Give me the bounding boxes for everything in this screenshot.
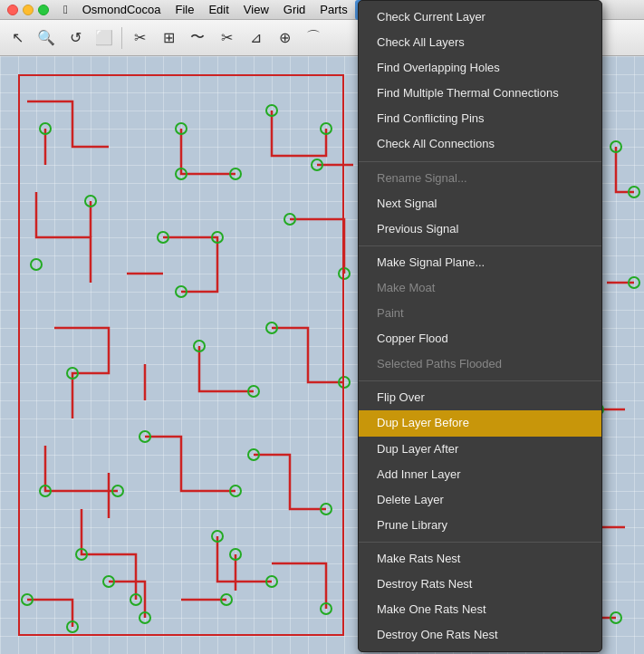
menu-item-check-all-layers[interactable]: Check All Layers — [359, 30, 601, 55]
arc-tool[interactable]: ⌒ — [300, 24, 327, 52]
menu-item-copper-flood[interactable]: Copper Flood — [359, 326, 601, 351]
menu-item-add-inner-layer[interactable]: Add Inner Layer — [359, 462, 601, 487]
menu-item-flip-over[interactable]: Flip Over — [359, 385, 601, 410]
menu-file[interactable]: File — [168, 0, 201, 20]
menu-item-selected-paths-flooded: Selected Paths Flooded — [359, 351, 601, 377]
menu-app[interactable]: OsmondCocoa — [75, 0, 168, 20]
separator-1 — [121, 27, 122, 49]
design-menu-dropdown: Check Current LayerCheck All LayersFind … — [358, 0, 602, 652]
menu-separator — [359, 161, 601, 162]
maximize-button[interactable] — [38, 5, 49, 15]
menu-item-destroy-rats-nest[interactable]: Destroy Rats Nest — [359, 572, 601, 597]
menu-item-check-all-connections[interactable]: Check All Connections — [359, 131, 601, 157]
menu-item-dup-layer-after[interactable]: Dup Layer After — [359, 437, 601, 462]
close-button[interactable] — [7, 5, 18, 15]
wire-tool[interactable]: 〜 — [184, 24, 211, 52]
menu-item-make-one-rats-nest[interactable]: Make One Rats Nest — [359, 597, 601, 622]
minimize-button[interactable] — [23, 5, 34, 15]
menu-parts[interactable]: Parts — [312, 0, 354, 20]
menu-separator — [359, 542, 601, 543]
menu-item-find-multiple-thermal-connections[interactable]: Find Multiple Thermal Connections — [359, 81, 601, 106]
traffic-lights — [0, 5, 56, 15]
cut-tool[interactable]: ✂ — [213, 24, 240, 52]
filter-tool[interactable]: ⊞ — [155, 24, 182, 52]
menu-separator — [359, 380, 601, 381]
menu-item-rename-signal-: Rename Signal... — [359, 166, 601, 191]
menu-view[interactable]: View — [236, 0, 276, 20]
red-border-region — [18, 74, 344, 636]
menu-item-prune-library[interactable]: Prune Library — [359, 513, 601, 538]
menu-item-find-overlapping-holes[interactable]: Find Overlapping Holes — [359, 55, 601, 81]
target-tool[interactable]: ⊕ — [271, 24, 298, 52]
select-tool[interactable]: ⬜ — [91, 24, 118, 52]
menu-item-paint: Paint — [359, 301, 601, 326]
cursor-tool[interactable]: ↖ — [4, 24, 31, 52]
menu-item-destroy-one-rats-nest[interactable]: Destroy One Rats Nest — [359, 622, 601, 648]
menu-item-check-current-layer[interactable]: Check Current Layer — [359, 5, 601, 30]
menu-separator — [359, 245, 601, 246]
menu-apple[interactable]:  — [56, 0, 75, 20]
menu-item-delete-layer[interactable]: Delete Layer — [359, 487, 601, 513]
menu-item-find-conflicting-pins[interactable]: Find Conflicting Pins — [359, 106, 601, 131]
rotate-tool[interactable]: ↺ — [62, 24, 89, 52]
menu-grid[interactable]: Grid — [276, 0, 313, 20]
menu-item-next-signal[interactable]: Next Signal — [359, 191, 601, 216]
zoom-tool[interactable]: 🔍 — [33, 24, 60, 52]
pin-tool[interactable]: ⊿ — [242, 24, 269, 52]
menu-item-make-moat: Make Moat — [359, 275, 601, 301]
menu-item-make-rats-nest[interactable]: Make Rats Nest — [359, 546, 601, 572]
delete-tool[interactable]: ✂ — [126, 24, 153, 52]
menu-item-previous-signal[interactable]: Previous Signal — [359, 216, 601, 242]
menu-edit[interactable]: Edit — [201, 0, 235, 20]
menu-item-make-signal-plane-[interactable]: Make Signal Plane... — [359, 250, 601, 275]
menu-item-dup-layer-before[interactable]: Dup Layer Before — [359, 410, 601, 436]
